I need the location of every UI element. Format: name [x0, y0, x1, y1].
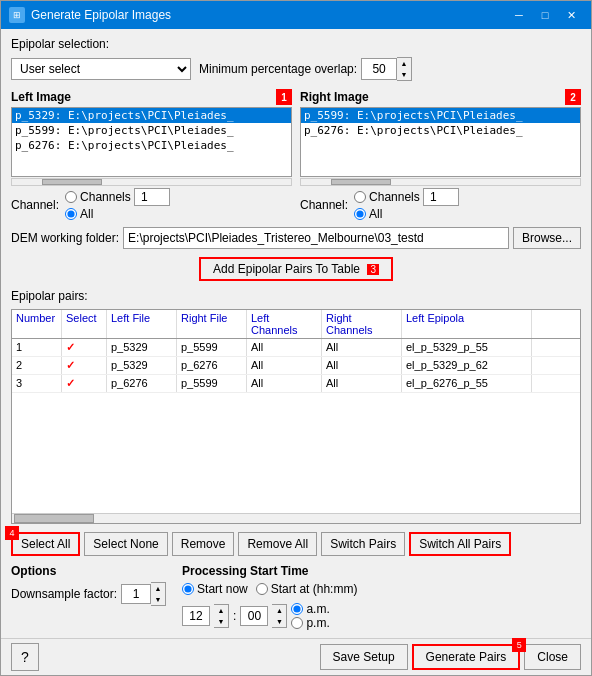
- start-now-label: Start now: [197, 582, 248, 596]
- close-button[interactable]: ✕: [559, 5, 583, 25]
- downsample-row: Downsample factor: ▲ ▼: [11, 582, 166, 606]
- td-left: p_6276: [107, 375, 177, 392]
- am-label: a.m.: [306, 602, 329, 616]
- generate-pairs-label: Generate Pairs: [426, 650, 507, 664]
- right-channels-radio-row: Channels: [354, 188, 459, 206]
- overlap-value[interactable]: [361, 58, 397, 80]
- epipolar-pairs-table: Number Select Left File Right File Left …: [11, 309, 581, 524]
- td-right-ch: All: [322, 357, 402, 374]
- select-none-button[interactable]: Select None: [84, 532, 167, 556]
- hour-increment[interactable]: ▲: [214, 605, 228, 616]
- left-channels-input[interactable]: [134, 188, 170, 206]
- maximize-button[interactable]: □: [533, 5, 557, 25]
- start-now-radio[interactable]: [182, 583, 194, 595]
- hour-spin-buttons: ▲ ▼: [214, 604, 229, 628]
- right-channel-row: Channel: Channels All: [300, 188, 581, 221]
- downsample-decrement[interactable]: ▼: [151, 594, 165, 605]
- add-pairs-badge: 3: [367, 264, 379, 275]
- start-at-radio[interactable]: [256, 583, 268, 595]
- time-row: ▲ ▼ : ▲ ▼ a.m.: [182, 602, 581, 630]
- left-scrollbar-thumb: [42, 179, 102, 185]
- save-setup-button[interactable]: Save Setup: [320, 644, 408, 670]
- downsample-increment[interactable]: ▲: [151, 583, 165, 594]
- switch-pairs-button[interactable]: Switch Pairs: [321, 532, 405, 556]
- remove-button[interactable]: Remove: [172, 532, 235, 556]
- td-select: ✓: [62, 375, 107, 392]
- right-image-title: Right Image: [300, 90, 369, 104]
- list-item[interactable]: p_6276: E:\projects\PCI\Pleiades_: [12, 138, 291, 153]
- switch-all-pairs-button[interactable]: Switch All Pairs: [409, 532, 511, 556]
- hour-decrement[interactable]: ▼: [214, 616, 228, 627]
- td-left-ch: All: [247, 357, 322, 374]
- help-button[interactable]: ?: [11, 643, 39, 671]
- left-all-radio[interactable]: [65, 208, 77, 220]
- right-all-radio-row: All: [354, 207, 459, 221]
- overlap-spin-buttons: ▲ ▼: [397, 57, 412, 81]
- dem-input[interactable]: [123, 227, 509, 249]
- select-all-button[interactable]: Select All 4: [11, 532, 80, 556]
- left-image-badge: 1: [276, 89, 292, 105]
- left-channels-radio[interactable]: [65, 191, 77, 203]
- hour-input[interactable]: [182, 606, 210, 626]
- td-left: p_5329: [107, 339, 177, 356]
- overlap-decrement[interactable]: ▼: [397, 69, 411, 80]
- td-right: p_5599: [177, 375, 247, 392]
- overlap-increment[interactable]: ▲: [397, 58, 411, 69]
- start-at-label: Start at (hh:mm): [271, 582, 358, 596]
- epipolar-pairs-label: Epipolar pairs:: [11, 289, 581, 303]
- right-all-radio[interactable]: [354, 208, 366, 220]
- table-row[interactable]: 3 ✓ p_6276 p_5599 All All el_p_6276_p_55: [12, 375, 580, 393]
- downsample-input[interactable]: [121, 584, 151, 604]
- right-image-panel: Right Image 2 p_5599: E:\projects\PCI\Pl…: [300, 89, 581, 221]
- remove-all-button[interactable]: Remove All: [238, 532, 317, 556]
- list-item[interactable]: p_5599: E:\projects\PCI\Pleiades_: [12, 123, 291, 138]
- add-pairs-button[interactable]: Add Epipolar Pairs To Table 3: [199, 257, 393, 281]
- left-radio-group: Channels All: [65, 188, 170, 221]
- left-image-scrollbar[interactable]: [11, 178, 292, 186]
- td-left-ch: All: [247, 339, 322, 356]
- left-image-list[interactable]: p_5329: E:\projects\PCI\Pleiades_ p_5599…: [11, 107, 292, 177]
- window-title: Generate Epipolar Images: [31, 8, 507, 22]
- close-dialog-button[interactable]: Close: [524, 644, 581, 670]
- right-radio-group: Channels All: [354, 188, 459, 221]
- col-left-channels: Left Channels: [247, 310, 322, 338]
- min-increment[interactable]: ▲: [272, 605, 286, 616]
- epipolar-dropdown[interactable]: User select Auto select: [11, 58, 191, 80]
- right-channels-radio[interactable]: [354, 191, 366, 203]
- min-decrement[interactable]: ▼: [272, 616, 286, 627]
- table-row[interactable]: 2 ✓ p_5329 p_6276 All All el_p_5329_p_62: [12, 357, 580, 375]
- min-input[interactable]: [240, 606, 268, 626]
- title-buttons: ─ □ ✕: [507, 5, 583, 25]
- col-right-file: Right File: [177, 310, 247, 338]
- right-image-badge: 2: [565, 89, 581, 105]
- am-radio[interactable]: [291, 603, 303, 615]
- select-all-badge: 4: [5, 526, 19, 540]
- td-number: 1: [12, 339, 62, 356]
- list-item[interactable]: p_5599: E:\projects\PCI\Pleiades_: [301, 108, 580, 123]
- td-right: p_6276: [177, 357, 247, 374]
- left-image-title: Left Image: [11, 90, 71, 104]
- right-channels-input[interactable]: [423, 188, 459, 206]
- right-image-list[interactable]: p_5599: E:\projects\PCI\Pleiades_ p_6276…: [300, 107, 581, 177]
- left-all-radio-row: All: [65, 207, 170, 221]
- select-all-label: Select All: [21, 537, 70, 551]
- images-row: Left Image 1 p_5329: E:\projects\PCI\Ple…: [11, 89, 581, 221]
- overlap-label: Minimum percentage overlap:: [199, 62, 357, 76]
- table-scrollbar[interactable]: [12, 513, 580, 523]
- min-spin-buttons: ▲ ▼: [272, 604, 287, 628]
- epipolar-selection-label: Epipolar selection:: [11, 37, 581, 51]
- browse-button[interactable]: Browse...: [513, 227, 581, 249]
- col-select: Select: [62, 310, 107, 338]
- table-row[interactable]: 1 ✓ p_5329 p_5599 All All el_p_5329_p_55: [12, 339, 580, 357]
- minimize-button[interactable]: ─: [507, 5, 531, 25]
- options-row: Options Downsample factor: ▲ ▼ Processin…: [11, 564, 581, 630]
- col-right-channels: Right Channels: [322, 310, 402, 338]
- generate-pairs-button[interactable]: Generate Pairs 5: [412, 644, 521, 670]
- td-epipolar: el_p_6276_p_55: [402, 375, 532, 392]
- list-item[interactable]: p_5329: E:\projects\PCI\Pleiades_: [12, 108, 291, 123]
- list-item[interactable]: p_6276: E:\projects\PCI\Pleiades_: [301, 123, 580, 138]
- start-options: Start now Start at (hh:mm): [182, 582, 581, 596]
- left-image-panel: Left Image 1 p_5329: E:\projects\PCI\Ple…: [11, 89, 292, 221]
- pm-radio[interactable]: [291, 617, 303, 629]
- right-image-scrollbar[interactable]: [300, 178, 581, 186]
